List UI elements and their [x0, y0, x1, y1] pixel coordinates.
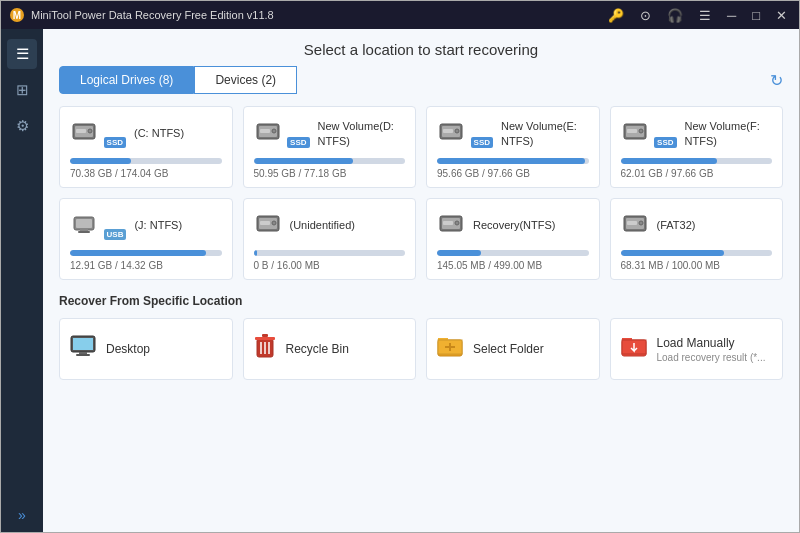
- section-title: Recover From Specific Location: [59, 294, 783, 308]
- app-title: MiniTool Power Data Recovery Free Editio…: [31, 9, 604, 21]
- menu-icon[interactable]: ☰: [695, 6, 715, 25]
- svg-rect-20: [80, 228, 88, 231]
- drive-card[interactable]: (Unidentified) 0 B / 16.00 MB: [243, 198, 417, 280]
- svg-rect-9: [260, 129, 270, 133]
- progress-bar-fill: [70, 158, 131, 164]
- hamburger-icon: ☰: [16, 45, 29, 63]
- location-card-recycle-bin[interactable]: Recycle Bin: [243, 318, 417, 380]
- svg-point-32: [639, 221, 643, 225]
- grid-icon: ⊞: [16, 81, 29, 99]
- location-info: Select Folder: [473, 342, 544, 356]
- main-content: Select a location to start recovering Lo…: [43, 29, 799, 533]
- progress-bar-fill: [621, 158, 718, 164]
- drive-icon: [254, 209, 282, 242]
- drive-size: 95.66 GB / 97.66 GB: [437, 168, 589, 179]
- drive-card-top: (Unidentified): [254, 209, 406, 242]
- drive-icon: SSD: [437, 117, 493, 150]
- drive-size: 0 B / 16.00 MB: [254, 260, 406, 271]
- drive-card[interactable]: (FAT32) 68.31 MB / 100.00 MB: [610, 198, 784, 280]
- drive-card[interactable]: SSD New Volume(D: NTFS) 50.95 GB / 77.18…: [243, 106, 417, 188]
- location-info: Desktop: [106, 342, 150, 356]
- drive-size: 70.38 GB / 174.04 GB: [70, 168, 222, 179]
- drive-size: 145.05 MB / 499.00 MB: [437, 260, 589, 271]
- tab-logical-drives[interactable]: Logical Drives (8): [59, 66, 194, 94]
- svg-point-8: [272, 129, 276, 133]
- svg-rect-13: [443, 129, 453, 133]
- location-card-select-folder[interactable]: Select Folder: [426, 318, 600, 380]
- drive-icon: [621, 209, 649, 242]
- drive-badge: SSD: [287, 137, 309, 148]
- app-logo: M: [9, 7, 25, 23]
- location-info: Load Manually Load recovery result (*...: [657, 336, 766, 363]
- sidebar-item-settings[interactable]: ⚙: [7, 111, 37, 141]
- location-label: Load Manually: [657, 336, 766, 350]
- progress-bar-bg: [254, 250, 406, 256]
- drive-card-top: SSD New Volume(E: NTFS): [437, 117, 589, 150]
- app-container: ☰ ⊞ ⚙ » Select a location to start recov…: [1, 29, 799, 533]
- svg-rect-21: [78, 231, 90, 233]
- location-label: Select Folder: [473, 342, 544, 356]
- minimize-icon[interactable]: ─: [723, 6, 740, 25]
- drive-label: (Unidentified): [290, 218, 355, 232]
- progress-bar-fill: [70, 250, 206, 256]
- drive-label: New Volume(D: NTFS): [318, 119, 405, 148]
- location-icon: [621, 335, 647, 363]
- svg-rect-5: [76, 129, 86, 133]
- progress-bar-fill: [254, 250, 257, 256]
- drive-icon: SSD: [254, 117, 310, 150]
- drive-label: (FAT32): [657, 218, 696, 232]
- drive-badge: SSD: [654, 137, 676, 148]
- drive-card-top: Recovery(NTFS): [437, 209, 589, 242]
- maximize-icon[interactable]: □: [748, 6, 764, 25]
- location-grid: Desktop Recycle Bin Select Folder: [59, 318, 783, 380]
- headphone-icon[interactable]: 🎧: [663, 6, 687, 25]
- svg-rect-40: [262, 334, 268, 337]
- progress-bar-bg: [437, 158, 589, 164]
- drive-card[interactable]: USB (J: NTFS) 12.91 GB / 14.32 GB: [59, 198, 233, 280]
- svg-rect-37: [76, 354, 90, 356]
- refresh-button[interactable]: ↻: [770, 71, 783, 90]
- drive-size: 12.91 GB / 14.32 GB: [70, 260, 222, 271]
- drive-card[interactable]: SSD New Volume(E: NTFS) 95.66 GB / 97.66…: [426, 106, 600, 188]
- drive-icon: [437, 209, 465, 242]
- drive-card[interactable]: SSD (C: NTFS) 70.38 GB / 174.04 GB: [59, 106, 233, 188]
- content-area: Logical Drives (8) Devices (2) ↻ SSD (C:…: [43, 66, 799, 533]
- location-card-desktop[interactable]: Desktop: [59, 318, 233, 380]
- svg-rect-25: [260, 221, 270, 225]
- drive-label: New Volume(E: NTFS): [501, 119, 588, 148]
- svg-point-4: [88, 129, 92, 133]
- drive-card-top: SSD (C: NTFS): [70, 117, 222, 150]
- location-icon: [437, 335, 463, 363]
- location-sublabel: Load recovery result (*...: [657, 352, 766, 363]
- close-icon[interactable]: ✕: [772, 6, 791, 25]
- location-icon: [254, 333, 276, 365]
- page-title: Select a location to start recovering: [43, 29, 799, 66]
- expand-chevron[interactable]: »: [18, 507, 26, 523]
- progress-bar-bg: [621, 158, 773, 164]
- svg-rect-17: [627, 129, 637, 133]
- tabs-row: Logical Drives (8) Devices (2) ↻: [59, 66, 783, 94]
- drive-card[interactable]: SSD New Volume(F: NTFS) 62.01 GB / 97.66…: [610, 106, 784, 188]
- drives-grid: SSD (C: NTFS) 70.38 GB / 174.04 GB SSD N…: [59, 106, 783, 280]
- sidebar-item-grid[interactable]: ⊞: [7, 75, 37, 105]
- progress-bar-bg: [621, 250, 773, 256]
- svg-rect-29: [443, 221, 453, 225]
- svg-rect-36: [79, 352, 87, 354]
- tab-devices[interactable]: Devices (2): [194, 66, 297, 94]
- progress-bar-fill: [621, 250, 724, 256]
- key-icon[interactable]: 🔑: [604, 6, 628, 25]
- drive-card[interactable]: Recovery(NTFS) 145.05 MB / 499.00 MB: [426, 198, 600, 280]
- progress-bar-bg: [254, 158, 406, 164]
- location-label: Desktop: [106, 342, 150, 356]
- drive-badge: SSD: [471, 137, 493, 148]
- circle-icon[interactable]: ⊙: [636, 6, 655, 25]
- location-card-load-manually[interactable]: Load Manually Load recovery result (*...: [610, 318, 784, 380]
- svg-text:M: M: [13, 10, 21, 21]
- drive-badge: USB: [104, 229, 127, 240]
- sidebar-bottom: »: [18, 506, 26, 524]
- sidebar-item-menu[interactable]: ☰: [7, 39, 37, 69]
- svg-rect-19: [76, 219, 92, 228]
- settings-icon: ⚙: [16, 117, 29, 135]
- drive-size: 68.31 MB / 100.00 MB: [621, 260, 773, 271]
- drive-badge: SSD: [104, 137, 126, 148]
